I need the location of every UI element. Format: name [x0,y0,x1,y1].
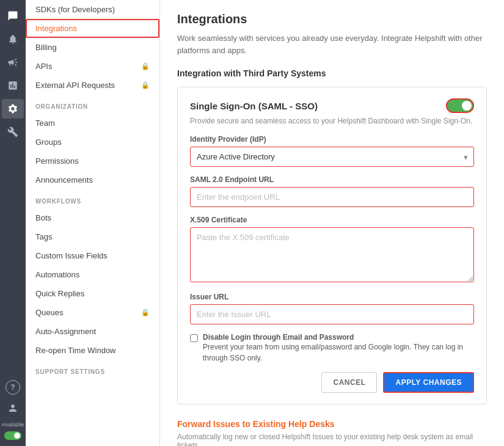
apis-lock-icon: 🔒 [141,62,150,70]
nav-item-announcements[interactable]: Announcements [26,170,159,189]
nav-item-external-api[interactable]: External API Requests 🔒 [26,76,159,95]
tools-nav-icon[interactable] [2,122,24,142]
nav-item-bots[interactable]: Bots [26,208,159,227]
help-nav-icon[interactable]: ? [5,380,20,395]
nav-item-automations[interactable]: Automations [26,265,159,284]
nav-item-integrations[interactable]: Integrations [26,19,159,38]
forward-section-title: Forward Issues to Existing Help Desks [177,419,487,429]
chat-nav-icon[interactable] [2,6,24,26]
page-description: Work seamlessly with services you alread… [177,32,487,56]
issuer-url-group: Issuer URL [190,293,474,324]
issuer-url-label: Issuer URL [190,293,474,301]
icon-strip: ? Available [0,0,26,446]
nav-sidebar: SDKs (for Developers) Integrations Billi… [26,0,160,446]
sso-title: Single Sign-On (SAML - SSO) [190,101,318,111]
nav-item-auto-assignment[interactable]: Auto-Assignment [26,322,159,341]
nav-item-permissions[interactable]: Permissions [26,152,159,170]
main-content: Integrations Work seamlessly with servic… [160,0,504,446]
nav-item-quick-replies[interactable]: Quick Replies [26,284,159,303]
sso-card-header: Single Sign-On (SAML - SSO) [190,98,474,113]
identity-provider-select[interactable]: Azure Active Directory Okta OneLogin Oth… [190,147,474,167]
page-title: Integrations [177,12,487,26]
workflows-section-header: WORKFLOWS [26,189,159,208]
nav-item-sdks[interactable]: SDKs (for Developers) [26,0,159,19]
support-settings-header: SUPPORT SETTINGS [26,360,159,379]
available-label: Available [2,422,24,428]
disable-login-row: Disable Login through Email and Password… [190,333,474,364]
available-toggle[interactable] [4,431,21,440]
x509-label: X.509 Certificate [190,216,474,224]
nav-item-groups[interactable]: Groups [26,133,159,152]
nav-item-apis[interactable]: APIs 🔒 [26,57,159,76]
sso-description: Provide secure and seamless access to yo… [190,117,474,125]
nav-item-reopen-time-window[interactable]: Re-open Time Window [26,341,159,360]
queues-lock-icon: 🔒 [141,309,150,316]
disable-login-description: Prevent your team from using email/passw… [203,342,474,364]
gear-nav-icon[interactable] [2,99,24,119]
saml-endpoint-input[interactable] [190,187,474,207]
icon-strip-bottom: ? Available [2,380,24,446]
nav-item-custom-issue-fields[interactable]: Custom Issue Fields [26,246,159,265]
integration-section-title: Integration with Third Party Systems [177,68,487,78]
issuer-url-input[interactable] [190,304,474,324]
forward-section-description: Automatically log new or closed Helpshif… [177,433,487,446]
cancel-button[interactable]: CANCEL [321,372,377,393]
megaphone-nav-icon[interactable] [2,53,24,72]
sso-action-buttons: CANCEL APPLY CHANGES [190,372,474,393]
apply-changes-button[interactable]: APPLY CHANGES [383,372,474,393]
chart-nav-icon[interactable] [2,76,24,95]
identity-provider-select-wrapper: Azure Active Directory Okta OneLogin Oth… [190,147,474,167]
bell-nav-icon[interactable] [2,29,24,49]
identity-provider-label: Identity Provider (IdP) [190,135,474,144]
external-api-lock-icon: 🔒 [141,81,150,89]
nav-item-billing[interactable]: Billing [26,38,159,57]
user-nav-icon[interactable] [2,398,24,418]
identity-provider-group: Identity Provider (IdP) Azure Active Dir… [190,135,474,167]
sso-card: Single Sign-On (SAML - SSO) Provide secu… [177,87,487,404]
nav-item-tags[interactable]: Tags [26,227,159,246]
org-section-header: ORGANIZATION [26,95,159,114]
disable-login-checkbox[interactable] [190,334,198,342]
forward-issues-section: Forward Issues to Existing Help Desks Au… [177,419,487,446]
sso-toggle[interactable] [446,98,474,113]
nav-item-team[interactable]: Team [26,114,159,133]
x509-textarea[interactable] [190,227,474,282]
saml-endpoint-group: SAML 2.0 Endpoint URL [190,175,474,207]
nav-item-queues[interactable]: Queues 🔒 [26,303,159,322]
x509-group: X.509 Certificate [190,216,474,284]
disable-login-label: Disable Login through Email and Password [203,333,474,342]
saml-endpoint-label: SAML 2.0 Endpoint URL [190,175,474,184]
